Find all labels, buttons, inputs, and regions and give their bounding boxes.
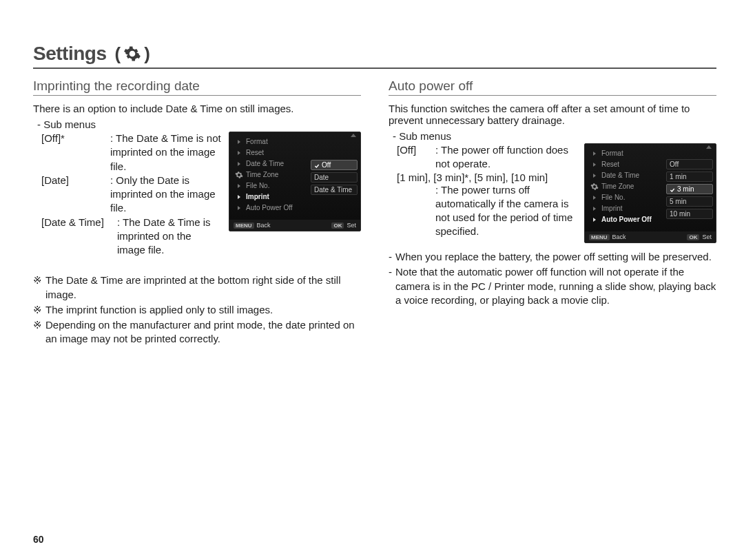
lcd-footer-left: Back [257,222,271,229]
lcd-menu-item: Time Zone [601,183,634,190]
note-text: The Date & Time are imprinted at the bot… [45,273,361,302]
lcd-footer-right: Set [702,234,712,240]
note-text: The imprint function is applied only to … [45,303,361,317]
lcd-footer-left-tag: MENU [589,234,610,240]
scroll-up-icon [706,145,712,149]
dash-icon: - [389,250,395,264]
note-text: When you replace the battery, the power … [395,250,716,264]
check-icon [670,187,675,192]
lcd-footer: MENUBack OKSet [229,220,360,231]
lcd-option-list: Off 1 min 3 min 5 min 10 min [666,148,713,230]
lcd-menu-item: File No. [601,194,625,201]
lcd-screenshot-autopoweroff: Format Reset Date & Time Time Zone File … [584,143,716,243]
lcd-menu-item: File No. [246,182,269,189]
gear-icon [590,183,599,191]
lcd-menu-item: Auto Power Off [601,216,652,223]
chevron-right-icon [238,151,240,155]
lcd-option-selected: 3 min [666,184,713,194]
lcd-screenshot-imprint: Format Reset Date & Time Time Zone File … [229,132,361,231]
left-submenus-label: - Sub menus [37,118,361,130]
lcd-option: Off [666,159,713,169]
chevron-right-icon [593,207,596,211]
page-title-row: Settings ( ) [33,43,716,69]
lcd-option: Date & Time [311,185,358,195]
right-intro: This function switches the camera off af… [389,103,716,126]
title-icon-wrap: ( ) [112,43,152,65]
lcd-option: 1 min [666,172,713,182]
submenu-desc: The power off function does not operate. [435,143,577,172]
right-submenu-block: [Off] The power off function does not op… [389,143,716,243]
note-text: Depending on the manufacturer and print … [45,318,361,346]
lcd-menu-item: Imprint [246,193,269,200]
reference-mark-icon: ※ [33,303,45,317]
lcd-menu-item: Auto Power Off [246,204,293,211]
dash-icon: - [389,265,395,307]
lcd-footer-left-tag: MENU [234,222,254,229]
lcd-menu-item: Date & Time [601,172,639,179]
reference-mark-icon: ※ [33,273,45,302]
submenu-desc: Only the Date is imprinted on the image … [110,174,222,216]
left-intro: There is an option to include Date & Tim… [33,103,361,114]
left-notes: ※ The Date & Time are imprinted at the b… [33,273,361,346]
right-submenus-label: - Sub menus [393,130,716,142]
lcd-footer-right: Set [347,222,356,229]
lcd-option: Date [311,172,358,183]
submenu-key: [Date] [41,174,110,216]
reference-mark-icon: ※ [33,318,45,346]
gear-icon [235,171,243,179]
right-submenu-text: [Off] The power off function does not op… [389,143,577,239]
page-title: Settings [33,43,106,65]
chevron-right-icon [238,184,240,188]
lcd-menu-item: Reset [246,149,264,156]
submenu-key [397,183,435,239]
chevron-right-icon [238,206,240,210]
chevron-right-icon [238,195,240,199]
submenu-key: [Off] [397,143,435,172]
lcd-option: 10 min [666,209,713,219]
lcd-menu-list: Format Reset Date & Time Time Zone File … [234,136,311,218]
lcd-footer: MENUBack OKSet [585,231,716,242]
lcd-menu-item: Imprint [601,205,623,212]
lcd-menu-item: Date & Time [246,160,284,167]
submenu-key: [Off]* [41,132,110,174]
chevron-right-icon [593,196,596,200]
right-column: Auto power off This function switches th… [389,79,716,348]
note-text: Note that the automatic power off functi… [395,265,716,307]
page-number: 60 [33,534,44,545]
left-heading: Imprinting the recording date [33,79,361,96]
chevron-right-icon [238,162,240,166]
chevron-right-icon [593,163,596,167]
submenu-key: [Date & Time] [41,216,117,258]
lcd-menu-item: Time Zone [246,171,278,178]
right-heading: Auto power off [389,79,716,96]
lcd-option-selected: Off [311,160,358,170]
right-options-line: [1 min], [3 min]*, [5 min], [10 min] [397,172,577,183]
lcd-menu-list: Format Reset Date & Time Time Zone File … [589,148,666,230]
chevron-right-icon [593,218,596,222]
chevron-right-icon [238,140,240,144]
lcd-menu-item: Format [246,138,268,145]
gear-icon [123,45,141,63]
submenu-desc: The Date & Time is not imprinted on the … [110,132,222,174]
lcd-option-list: Off Date Date & Time [311,136,358,218]
left-submenu-block: [Off]* The Date & Time is not imprinted … [33,132,361,257]
submenu-desc: The power turns off automatically if the… [435,183,577,239]
lcd-footer-left: Back [612,234,626,240]
left-submenu-list: [Off]* The Date & Time is not imprinted … [41,132,222,257]
chevron-right-icon [593,174,596,178]
lcd-option: 5 min [666,196,713,207]
chevron-right-icon [593,152,596,156]
scroll-up-icon [351,134,356,137]
submenu-desc: The Date & Time is imprinted on the imag… [117,216,222,258]
lcd-footer-right-tag: OK [687,234,699,240]
left-column: Imprinting the recording date There is a… [33,79,361,348]
lcd-menu-item: Format [601,149,623,157]
check-icon [314,163,320,168]
lcd-footer-right-tag: OK [331,222,344,229]
columns: Imprinting the recording date There is a… [33,79,716,348]
manual-page: Settings ( ) Imprinting the recording da… [0,0,744,560]
right-notes: - When you replace the battery, the powe… [389,250,716,307]
lcd-menu-item: Reset [601,160,619,168]
